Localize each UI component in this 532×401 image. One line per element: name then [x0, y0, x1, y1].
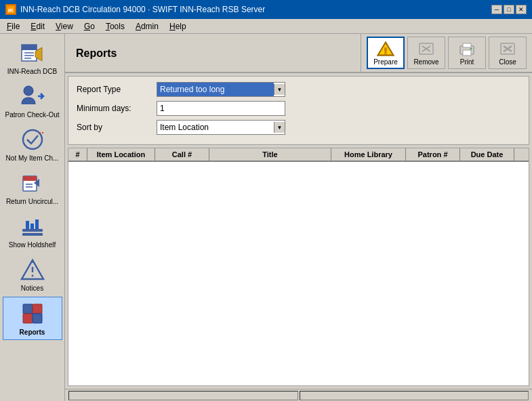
window-controls: ─ □ ✕: [491, 5, 527, 14]
toolbar: Prepare Remove: [361, 34, 532, 72]
minimum-days-row: Minimum days:: [77, 101, 520, 116]
svg-rect-33: [463, 43, 471, 47]
sidebar-label-show-holdshelf: Show Holdshelf: [9, 241, 56, 249]
menu-help[interactable]: Help: [165, 20, 190, 33]
svg-point-28: [384, 51, 387, 54]
sidebar-item-reports[interactable]: Reports: [3, 297, 62, 340]
minimum-days-label: Minimum days:: [77, 104, 151, 113]
close-button[interactable]: Close: [489, 37, 527, 69]
sidebar-label-patron-checkout: Patron Check-Out: [5, 111, 59, 119]
reports-icon: [19, 300, 46, 327]
app-icon: IR: [5, 4, 16, 15]
sidebar-item-notices[interactable]: Notices: [3, 253, 62, 295]
sort-by-value: Item Location: [157, 121, 274, 134]
minimum-days-input[interactable]: [157, 101, 285, 116]
sort-by-select[interactable]: Item Location ▼: [157, 120, 285, 135]
prepare-button[interactable]: Prepare: [367, 37, 405, 69]
menu-admin[interactable]: Admin: [131, 20, 163, 33]
svg-rect-27: [384, 47, 387, 51]
svg-rect-34: [463, 50, 471, 56]
prepare-icon: [376, 41, 395, 57]
svg-rect-24: [33, 314, 42, 323]
sort-by-dropdown-arrow[interactable]: ▼: [274, 122, 285, 133]
close-window-button[interactable]: ✕: [516, 5, 527, 14]
svg-rect-16: [26, 221, 29, 229]
sidebar-label-not-my-item: Not My Item Ch...: [6, 154, 59, 163]
inn-reach-dcb-icon: [19, 39, 46, 66]
print-button[interactable]: Print: [448, 37, 486, 69]
status-bar: [65, 389, 532, 401]
col-location: Item Location: [87, 148, 155, 161]
menu-bar: File Edit View Go Tools Admin Help: [0, 19, 532, 34]
sidebar-item-show-holdshelf[interactable]: Show Holdshelf: [3, 210, 62, 252]
print-label: Print: [460, 58, 474, 66]
report-type-row: Report Type Returned too long ▼: [77, 82, 520, 97]
results-table: # Item Location Call # Title Home Librar…: [68, 148, 529, 386]
report-type-dropdown-arrow[interactable]: ▼: [274, 84, 285, 95]
show-holdshelf-icon: [19, 213, 46, 240]
sidebar-label-reports: Reports: [20, 329, 45, 337]
form-panel: Report Type Returned too long ▼ Minimum …: [68, 76, 529, 145]
svg-rect-3: [22, 45, 37, 50]
minimize-button[interactable]: ─: [491, 5, 502, 14]
close-icon: [498, 41, 517, 57]
return-uncircul-icon: [19, 169, 46, 196]
svg-rect-23: [23, 314, 33, 323]
menu-go[interactable]: Go: [80, 20, 99, 33]
remove-label: Remove: [413, 58, 438, 66]
notices-icon: [19, 256, 46, 283]
maximize-button[interactable]: □: [504, 5, 514, 14]
col-title: Title: [209, 148, 331, 161]
svg-point-9: [23, 130, 42, 149]
sidebar-item-inn-reach-dcb[interactable]: INN-Reach DCB: [3, 37, 62, 79]
svg-point-20: [31, 275, 33, 277]
not-my-item-icon: [19, 126, 46, 153]
sidebar-label-inn-reach-dcb: INN-Reach DCB: [7, 68, 57, 76]
close-label: Close: [499, 58, 516, 66]
col-hash: #: [68, 148, 87, 161]
sort-by-label: Sort by: [77, 123, 151, 132]
title-bar: IR INN-Reach DCB Circulation 94000 · SWI…: [0, 0, 532, 19]
col-call: Call #: [155, 148, 209, 161]
prepare-label: Prepare: [373, 58, 398, 66]
table-body: [68, 162, 529, 385]
svg-rect-18: [35, 219, 39, 229]
sidebar-label-notices: Notices: [21, 284, 43, 293]
svg-rect-17: [30, 224, 34, 229]
sidebar-item-not-my-item[interactable]: Not My Item Ch...: [3, 123, 62, 165]
print-icon: [457, 41, 476, 57]
col-patron: Patron #: [406, 148, 460, 161]
report-type-label: Report Type: [77, 85, 151, 94]
remove-button[interactable]: Remove: [407, 37, 445, 69]
menu-tools[interactable]: Tools: [102, 20, 129, 33]
col-home: Home Library: [331, 148, 406, 161]
svg-rect-22: [33, 304, 42, 314]
svg-point-35: [470, 47, 472, 49]
menu-edit[interactable]: Edit: [26, 20, 49, 33]
app-title: INN-Reach DCB Circulation 94000 · SWIFT …: [20, 5, 265, 14]
title-bar-left: IR INN-Reach DCB Circulation 94000 · SWI…: [5, 4, 265, 15]
menu-file[interactable]: File: [3, 20, 24, 33]
status-segment-left: [68, 391, 298, 400]
menu-view[interactable]: View: [52, 20, 77, 33]
sidebar-item-patron-checkout[interactable]: Patron Check-Out: [3, 80, 62, 122]
svg-rect-15: [22, 233, 43, 236]
sidebar: INN-Reach DCB Patron Check-Out: [0, 34, 65, 401]
report-type-value: Returned too long: [157, 83, 274, 96]
remove-icon: [417, 41, 436, 57]
svg-text:IR: IR: [8, 7, 14, 14]
report-type-select[interactable]: Returned too long ▼: [157, 82, 285, 97]
content-area: Reports Prepare: [65, 34, 532, 401]
page-title: Reports: [70, 45, 122, 61]
col-due: Due Date: [460, 148, 514, 161]
sort-by-row: Sort by Item Location ▼: [77, 120, 520, 135]
svg-rect-14: [22, 229, 43, 232]
svg-rect-21: [23, 304, 33, 314]
main-container: INN-Reach DCB Patron Check-Out: [0, 34, 532, 401]
status-segment-right: [300, 391, 529, 400]
svg-rect-11: [23, 176, 37, 181]
table-header: # Item Location Call # Title Home Librar…: [68, 148, 529, 162]
sidebar-item-return-uncircul[interactable]: Return Uncircul...: [3, 167, 62, 209]
sidebar-label-return-uncircul: Return Uncircul...: [6, 198, 58, 206]
patron-checkout-icon: [19, 83, 46, 110]
